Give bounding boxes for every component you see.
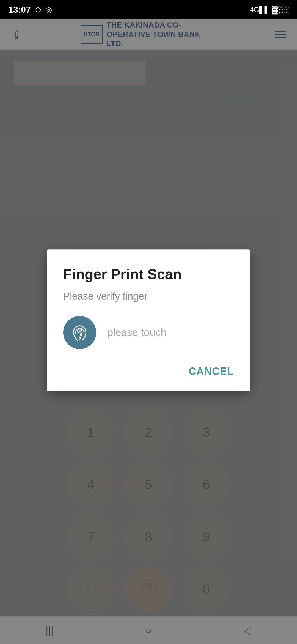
modal-actions: CANCEL: [63, 365, 234, 377]
shield-status-icon: ◎: [45, 5, 52, 14]
circle-status-icon: ⊕: [35, 5, 41, 14]
modal-title: Finger Print Scan: [63, 266, 234, 282]
fingerprint-icon-circle: [63, 316, 96, 349]
status-bar: 13:07 ⊕ ◎ 4G▌▌ ▓▒░: [0, 0, 297, 19]
battery-icon: ▓▒░: [272, 5, 289, 14]
modal-subtitle: Please verify finger: [63, 291, 234, 302]
signal-icon: 4G▌▌: [250, 6, 270, 14]
please-touch-label: please touch: [107, 327, 167, 339]
fingerprint-modal: Finger Print Scan Please verify finger p…: [47, 249, 250, 391]
status-right: 4G▌▌ ▓▒░: [250, 5, 289, 14]
app-container: KTCB THE KAKINADA CO-OPERATIVE TOWN BANK…: [0, 19, 297, 644]
modal-fingerprint-row: please touch: [63, 316, 234, 349]
cancel-button[interactable]: CANCEL: [189, 365, 234, 377]
status-time: 13:07: [8, 5, 31, 15]
status-left: 13:07 ⊕ ◎: [8, 5, 52, 15]
